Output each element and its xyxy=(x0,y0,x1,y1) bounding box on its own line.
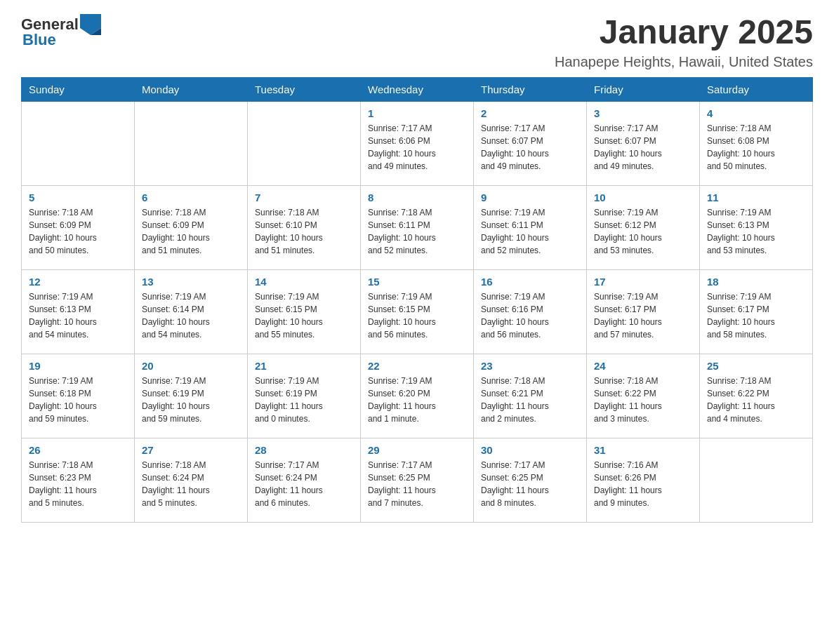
day-info: Sunrise: 7:19 AM Sunset: 6:16 PM Dayligh… xyxy=(481,290,579,341)
calendar-cell: 25Sunrise: 7:18 AM Sunset: 6:22 PM Dayli… xyxy=(700,354,813,438)
day-info: Sunrise: 7:17 AM Sunset: 6:25 PM Dayligh… xyxy=(368,459,466,509)
calendar-cell: 19Sunrise: 7:19 AM Sunset: 6:18 PM Dayli… xyxy=(22,354,135,438)
calendar-cell: 15Sunrise: 7:19 AM Sunset: 6:15 PM Dayli… xyxy=(361,269,474,354)
day-number: 27 xyxy=(142,444,240,456)
day-info: Sunrise: 7:19 AM Sunset: 6:17 PM Dayligh… xyxy=(594,290,692,341)
day-number: 30 xyxy=(481,444,579,456)
day-number: 4 xyxy=(707,107,805,119)
calendar-week-row: 1Sunrise: 7:17 AM Sunset: 6:06 PM Daylig… xyxy=(22,101,813,185)
day-number: 19 xyxy=(29,360,127,372)
calendar-cell: 28Sunrise: 7:17 AM Sunset: 6:24 PM Dayli… xyxy=(248,438,361,522)
day-number: 20 xyxy=(142,360,240,372)
calendar-cell: 22Sunrise: 7:19 AM Sunset: 6:20 PM Dayli… xyxy=(361,354,474,438)
day-info: Sunrise: 7:17 AM Sunset: 6:24 PM Dayligh… xyxy=(255,459,353,509)
day-number: 10 xyxy=(594,192,692,203)
day-number: 15 xyxy=(368,276,466,288)
day-of-week-header: Thursday xyxy=(474,77,587,101)
day-info: Sunrise: 7:19 AM Sunset: 6:15 PM Dayligh… xyxy=(368,290,466,341)
calendar-cell: 26Sunrise: 7:18 AM Sunset: 6:23 PM Dayli… xyxy=(22,438,135,522)
day-number: 12 xyxy=(29,276,127,288)
subtitle: Hanapepe Heights, Hawaii, United States xyxy=(555,54,813,70)
calendar-header-row: SundayMondayTuesdayWednesdayThursdayFrid… xyxy=(22,77,813,101)
calendar-cell xyxy=(22,101,135,185)
logo-icon xyxy=(80,14,101,35)
calendar-cell: 16Sunrise: 7:19 AM Sunset: 6:16 PM Dayli… xyxy=(474,269,587,354)
day-number: 5 xyxy=(29,192,127,203)
day-info: Sunrise: 7:18 AM Sunset: 6:22 PM Dayligh… xyxy=(594,375,692,425)
calendar-cell: 20Sunrise: 7:19 AM Sunset: 6:19 PM Dayli… xyxy=(135,354,248,438)
calendar-cell: 9Sunrise: 7:19 AM Sunset: 6:11 PM Daylig… xyxy=(474,185,587,269)
calendar-cell: 11Sunrise: 7:19 AM Sunset: 6:13 PM Dayli… xyxy=(700,185,813,269)
day-number: 31 xyxy=(594,444,692,456)
day-of-week-header: Tuesday xyxy=(248,77,361,101)
day-info: Sunrise: 7:18 AM Sunset: 6:09 PM Dayligh… xyxy=(29,206,127,257)
calendar-cell: 2Sunrise: 7:17 AM Sunset: 6:07 PM Daylig… xyxy=(474,101,587,185)
day-number: 11 xyxy=(707,192,805,203)
calendar-cell: 18Sunrise: 7:19 AM Sunset: 6:17 PM Dayli… xyxy=(700,269,813,354)
day-info: Sunrise: 7:19 AM Sunset: 6:11 PM Dayligh… xyxy=(481,206,579,257)
page-header: General Blue January 2025 Hanapepe Heigh… xyxy=(21,14,813,70)
day-of-week-header: Sunday xyxy=(22,77,135,101)
day-info: Sunrise: 7:19 AM Sunset: 6:13 PM Dayligh… xyxy=(29,290,127,341)
logo-blue: Blue xyxy=(22,31,56,49)
calendar-cell: 5Sunrise: 7:18 AM Sunset: 6:09 PM Daylig… xyxy=(22,185,135,269)
day-info: Sunrise: 7:19 AM Sunset: 6:13 PM Dayligh… xyxy=(707,206,805,257)
day-number: 28 xyxy=(255,444,353,456)
day-info: Sunrise: 7:19 AM Sunset: 6:19 PM Dayligh… xyxy=(255,375,353,425)
day-info: Sunrise: 7:18 AM Sunset: 6:22 PM Dayligh… xyxy=(707,375,805,425)
day-number: 25 xyxy=(707,360,805,372)
calendar-cell: 17Sunrise: 7:19 AM Sunset: 6:17 PM Dayli… xyxy=(587,269,700,354)
calendar-cell: 14Sunrise: 7:19 AM Sunset: 6:15 PM Dayli… xyxy=(248,269,361,354)
logo: General Blue xyxy=(21,14,101,49)
calendar-week-row: 19Sunrise: 7:19 AM Sunset: 6:18 PM Dayli… xyxy=(22,354,813,438)
day-info: Sunrise: 7:19 AM Sunset: 6:15 PM Dayligh… xyxy=(255,290,353,341)
calendar-cell: 31Sunrise: 7:16 AM Sunset: 6:26 PM Dayli… xyxy=(587,438,700,522)
calendar-cell: 13Sunrise: 7:19 AM Sunset: 6:14 PM Dayli… xyxy=(135,269,248,354)
day-number: 6 xyxy=(142,192,240,203)
calendar-cell: 6Sunrise: 7:18 AM Sunset: 6:09 PM Daylig… xyxy=(135,185,248,269)
day-number: 9 xyxy=(481,192,579,203)
day-number: 2 xyxy=(481,107,579,119)
calendar-week-row: 12Sunrise: 7:19 AM Sunset: 6:13 PM Dayli… xyxy=(22,269,813,354)
day-info: Sunrise: 7:19 AM Sunset: 6:20 PM Dayligh… xyxy=(368,375,466,425)
day-info: Sunrise: 7:19 AM Sunset: 6:12 PM Dayligh… xyxy=(594,206,692,257)
day-number: 18 xyxy=(707,276,805,288)
title-block: January 2025 Hanapepe Heights, Hawaii, U… xyxy=(555,14,813,70)
day-info: Sunrise: 7:17 AM Sunset: 6:25 PM Dayligh… xyxy=(481,459,579,509)
day-number: 14 xyxy=(255,276,353,288)
day-of-week-header: Friday xyxy=(587,77,700,101)
calendar-week-row: 26Sunrise: 7:18 AM Sunset: 6:23 PM Dayli… xyxy=(22,438,813,522)
day-info: Sunrise: 7:18 AM Sunset: 6:11 PM Dayligh… xyxy=(368,206,466,257)
day-info: Sunrise: 7:18 AM Sunset: 6:08 PM Dayligh… xyxy=(707,122,805,173)
day-info: Sunrise: 7:19 AM Sunset: 6:14 PM Dayligh… xyxy=(142,290,240,341)
calendar-cell: 7Sunrise: 7:18 AM Sunset: 6:10 PM Daylig… xyxy=(248,185,361,269)
day-number: 7 xyxy=(255,192,353,203)
day-info: Sunrise: 7:19 AM Sunset: 6:19 PM Dayligh… xyxy=(142,375,240,425)
day-info: Sunrise: 7:18 AM Sunset: 6:24 PM Dayligh… xyxy=(142,459,240,509)
day-info: Sunrise: 7:18 AM Sunset: 6:21 PM Dayligh… xyxy=(481,375,579,425)
calendar-cell xyxy=(135,101,248,185)
day-number: 13 xyxy=(142,276,240,288)
day-info: Sunrise: 7:16 AM Sunset: 6:26 PM Dayligh… xyxy=(594,459,692,509)
calendar-cell: 23Sunrise: 7:18 AM Sunset: 6:21 PM Dayli… xyxy=(474,354,587,438)
day-number: 8 xyxy=(368,192,466,203)
calendar-cell: 29Sunrise: 7:17 AM Sunset: 6:25 PM Dayli… xyxy=(361,438,474,522)
day-number: 17 xyxy=(594,276,692,288)
day-number: 24 xyxy=(594,360,692,372)
calendar-cell: 12Sunrise: 7:19 AM Sunset: 6:13 PM Dayli… xyxy=(22,269,135,354)
day-info: Sunrise: 7:19 AM Sunset: 6:18 PM Dayligh… xyxy=(29,375,127,425)
calendar-cell: 3Sunrise: 7:17 AM Sunset: 6:07 PM Daylig… xyxy=(587,101,700,185)
day-number: 23 xyxy=(481,360,579,372)
calendar-cell: 1Sunrise: 7:17 AM Sunset: 6:06 PM Daylig… xyxy=(361,101,474,185)
day-number: 22 xyxy=(368,360,466,372)
calendar-table: SundayMondayTuesdayWednesdayThursdayFrid… xyxy=(21,77,813,523)
day-number: 21 xyxy=(255,360,353,372)
day-number: 29 xyxy=(368,444,466,456)
day-info: Sunrise: 7:19 AM Sunset: 6:17 PM Dayligh… xyxy=(707,290,805,341)
calendar-week-row: 5Sunrise: 7:18 AM Sunset: 6:09 PM Daylig… xyxy=(22,185,813,269)
day-info: Sunrise: 7:17 AM Sunset: 6:07 PM Dayligh… xyxy=(481,122,579,173)
day-info: Sunrise: 7:18 AM Sunset: 6:09 PM Dayligh… xyxy=(142,206,240,257)
calendar-cell: 27Sunrise: 7:18 AM Sunset: 6:24 PM Dayli… xyxy=(135,438,248,522)
day-info: Sunrise: 7:17 AM Sunset: 6:07 PM Dayligh… xyxy=(594,122,692,173)
calendar-cell: 21Sunrise: 7:19 AM Sunset: 6:19 PM Dayli… xyxy=(248,354,361,438)
